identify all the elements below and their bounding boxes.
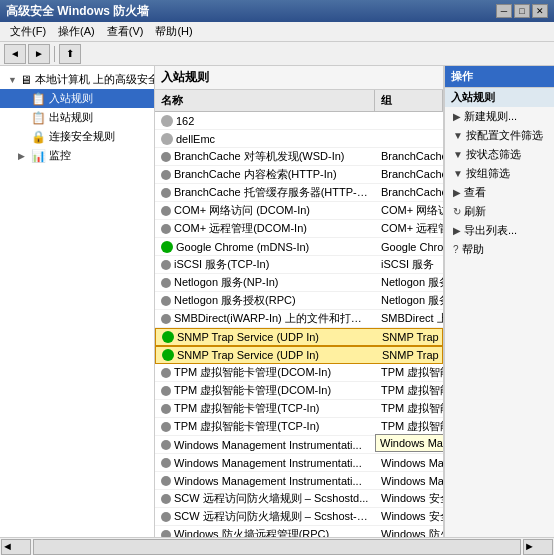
table-row[interactable]: BranchCache 托管缓存服务器(HTTP-In)BranchCache … (155, 184, 443, 202)
tree-item-2[interactable]: 📋出站规则 (0, 108, 154, 127)
table-row[interactable]: Netlogon 服务授权(RPC)Netlogon 服务 (155, 292, 443, 310)
table-row[interactable]: 162 (155, 112, 443, 130)
action-item-0-1[interactable]: ▼按配置文件筛选 (445, 126, 554, 145)
action-item-0-3[interactable]: ▼按组筛选 (445, 164, 554, 183)
tree-item-label-1: 入站规则 (49, 91, 93, 106)
cell-group-17: TPM 虚拟智能卡管理 (375, 418, 443, 435)
tree-item-0[interactable]: ▼🖥本地计算机 上的高级安全 Win... (0, 70, 154, 89)
rule-name-5: COM+ 网络访问 (DCOM-In) (174, 203, 310, 218)
action-icon-0-1: ▼ (453, 130, 463, 141)
cell-group-7: Google Chrome (375, 240, 443, 254)
status-icon-16 (161, 404, 171, 414)
status-icon-17 (161, 422, 171, 432)
cell-name-9: Netlogon 服务(NP-In) (155, 274, 375, 291)
rule-name-2: BranchCache 对等机发现(WSD-In) (174, 149, 345, 164)
menu-item-f[interactable]: 文件(F) (4, 22, 52, 41)
status-icon-14 (161, 368, 171, 378)
cell-group-12: SNMP Trap (376, 330, 442, 344)
cell-group-14: TPM 虚拟智能卡管理 (375, 364, 443, 381)
rule-name-14: TPM 虚拟智能卡管理(DCOM-In) (174, 365, 331, 380)
action-item-0-5[interactable]: ↻刷新 (445, 202, 554, 221)
hscroll-track[interactable] (33, 539, 521, 555)
action-label-0-7: 帮助 (462, 242, 484, 257)
action-icon-0-3: ▼ (453, 168, 463, 179)
table-row[interactable]: TPM 虚拟智能卡管理(DCOM-In)TPM 虚拟智能卡管理 (155, 382, 443, 400)
forward-button[interactable]: ► (28, 44, 50, 64)
table-row[interactable]: iSCSI 服务(TCP-In)iSCSI 服务 (155, 256, 443, 274)
action-item-0-4[interactable]: ▶查看 (445, 183, 554, 202)
cell-name-14: TPM 虚拟智能卡管理(DCOM-In) (155, 364, 375, 381)
table-row[interactable]: Windows 防火墙远程管理(RPC)Windows 防火墙远程管理 (155, 526, 443, 537)
action-item-0-6[interactable]: ▶导出列表... (445, 221, 554, 240)
table-header: 名称 组 (155, 90, 443, 112)
table-row[interactable]: Windows Management Instrumentati...Windo… (155, 454, 443, 472)
cell-name-7: Google Chrome (mDNS-In) (155, 240, 375, 254)
rule-name-20: Windows Management Instrumentati... (174, 475, 362, 487)
table-row[interactable]: TPM 虚拟智能卡管理(TCP-In)TPM 虚拟智能卡管理 (155, 418, 443, 436)
action-label-0-3: 按组筛选 (466, 166, 510, 181)
tree-item-4[interactable]: ▶📊监控 (0, 146, 154, 165)
rule-name-1: dellEmc (176, 133, 215, 145)
action-item-0-2[interactable]: ▼按状态筛选 (445, 145, 554, 164)
rule-name-0: 162 (176, 115, 194, 127)
menu-item-a[interactable]: 操作(A) (52, 22, 101, 41)
tree-item-3[interactable]: 🔒连接安全规则 (0, 127, 154, 146)
maximize-button[interactable]: □ (514, 4, 530, 18)
menu-item-v[interactable]: 查看(V) (101, 22, 150, 41)
tree-expand-icon-4: ▶ (18, 151, 28, 161)
cell-name-8: iSCSI 服务(TCP-In) (155, 256, 375, 273)
cell-group-15: TPM 虚拟智能卡管理 (375, 382, 443, 399)
hscroll-left[interactable]: ◄ (1, 539, 31, 555)
table-row[interactable]: SNMP Trap Service (UDP In)SNMP Trap (155, 346, 443, 364)
cell-name-3: BranchCache 内容检索(HTTP-In) (155, 166, 375, 183)
table-row[interactable]: COM+ 远程管理(DCOM-In)COM+ 远程管理 (155, 220, 443, 238)
minimize-button[interactable]: ─ (496, 4, 512, 18)
table-row[interactable]: TPM 虚拟智能卡管理(DCOM-In)TPM 虚拟智能卡管理 (155, 364, 443, 382)
table-row[interactable]: COM+ 网络访问 (DCOM-In)COM+ 网络访问 (155, 202, 443, 220)
cell-name-13: SNMP Trap Service (UDP In) (156, 348, 376, 362)
table-row[interactable]: Windows Management Instrumentati...Windo… (155, 472, 443, 490)
cell-group-20: Windows Management In... (375, 474, 443, 488)
cell-name-0: 162 (155, 114, 375, 128)
cell-name-19: Windows Management Instrumentati... (155, 456, 375, 470)
col-header-group[interactable]: 组 (375, 90, 443, 111)
status-icon-12 (162, 331, 174, 343)
table-row[interactable]: SCW 远程访问防火墙规则 – Scshostd...Windows 安全配置向… (155, 490, 443, 508)
rule-name-19: Windows Management Instrumentati... (174, 457, 362, 469)
hscroll-right[interactable]: ► (523, 539, 553, 555)
cell-group-2: BranchCache - 对等机发... (375, 148, 443, 165)
table-row[interactable]: BranchCache 对等机发现(WSD-In)BranchCache - 对… (155, 148, 443, 166)
back-button[interactable]: ◄ (4, 44, 26, 64)
rule-name-22: SCW 远程访问防火墙规则 – Scshost-T... (174, 509, 369, 524)
action-item-0-7[interactable]: ?帮助 (445, 240, 554, 259)
cell-name-2: BranchCache 对等机发现(WSD-In) (155, 148, 375, 165)
table-row[interactable]: dellEmc (155, 130, 443, 148)
tree-item-1[interactable]: 📋入站规则 (0, 89, 154, 108)
close-button[interactable]: ✕ (532, 4, 548, 18)
action-item-0-0[interactable]: ▶新建规则... (445, 107, 554, 126)
cell-group-6: COM+ 远程管理 (375, 220, 443, 237)
status-icon-13 (162, 349, 174, 361)
tree-folder-icon-1: 📋 (31, 92, 46, 106)
table-row[interactable]: Google Chrome (mDNS-In)Google Chrome (155, 238, 443, 256)
table-row[interactable]: SNMP Trap Service (UDP In)SNMP Trap (155, 328, 443, 346)
status-icon-21 (161, 494, 171, 504)
rules-table-body[interactable]: 162dellEmcBranchCache 对等机发现(WSD-In)Branc… (155, 112, 443, 537)
table-row[interactable]: TPM 虚拟智能卡管理(TCP-In)TPM 虚拟智能卡管理 (155, 400, 443, 418)
cell-group-9: Netlogon 服务 (375, 274, 443, 291)
col-header-name[interactable]: 名称 (155, 90, 375, 111)
table-row[interactable]: Netlogon 服务(NP-In)Netlogon 服务 (155, 274, 443, 292)
status-icon-5 (161, 206, 171, 216)
action-icon-0-7: ? (453, 244, 459, 255)
menu-item-h[interactable]: 帮助(H) (149, 22, 198, 41)
up-button[interactable]: ⬆ (59, 44, 81, 64)
table-row[interactable]: Windows Management Instrumentati...Windo… (155, 436, 443, 454)
action-icon-0-5: ↻ (453, 206, 461, 217)
table-row[interactable]: SCW 远程访问防火墙规则 – Scshost-T...Windows 安全配置… (155, 508, 443, 526)
status-icon-8 (161, 260, 171, 270)
cell-group-21: Windows 安全配置向导 (375, 490, 443, 507)
cell-name-22: SCW 远程访问防火墙规则 – Scshost-T... (155, 508, 375, 525)
table-row[interactable]: BranchCache 内容检索(HTTP-In)BranchCache - 内… (155, 166, 443, 184)
table-row[interactable]: SMBDirect(iWARP-In) 上的文件和打印...SMBDirect … (155, 310, 443, 328)
cell-name-15: TPM 虚拟智能卡管理(DCOM-In) (155, 382, 375, 399)
